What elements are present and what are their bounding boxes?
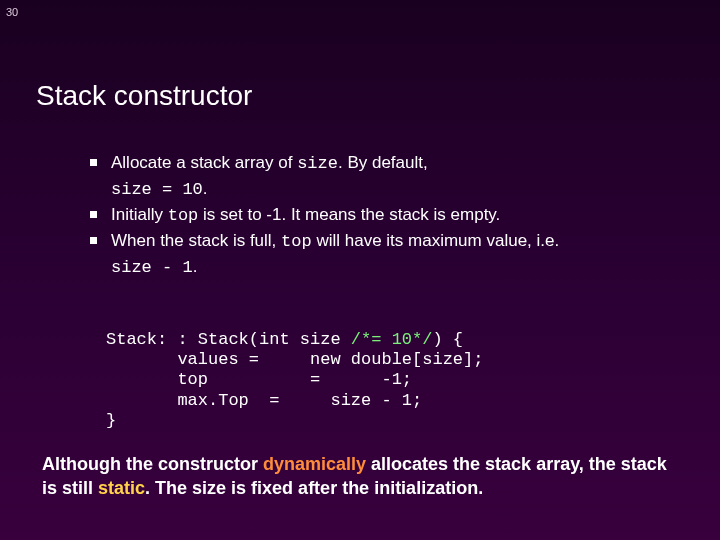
footer-note: Although the constructor dynamically all…	[42, 453, 678, 500]
slide-title: Stack constructor	[36, 80, 684, 112]
text: .	[193, 257, 198, 276]
highlight-dynamically: dynamically	[263, 454, 366, 474]
code-line: top = -1;	[106, 370, 412, 389]
bullet-icon	[90, 211, 97, 218]
text: Stack: : Stack(int size	[106, 330, 351, 349]
code-inline: top	[168, 206, 199, 225]
code-comment: /*= 10*/	[351, 330, 433, 349]
code-line: }	[106, 411, 116, 430]
code-line: Stack: : Stack(int size /*= 10*/) {	[106, 330, 463, 349]
bullet-list: Allocate a stack array of size. By defau…	[90, 152, 644, 280]
code-block: Stack: : Stack(int size /*= 10*/) { valu…	[106, 330, 684, 432]
bullet-text: When the stack is full, top will have it…	[111, 230, 644, 254]
text: . By default,	[338, 153, 428, 172]
text: Initially	[111, 205, 168, 224]
bullet-icon	[90, 237, 97, 244]
code-inline: top	[281, 232, 312, 251]
bullet-icon	[90, 159, 97, 166]
code-inline: size	[297, 154, 338, 173]
slide-content: Stack constructor Allocate a stack array…	[0, 0, 720, 432]
bullet-continuation: size = 10.	[111, 178, 644, 202]
text: Allocate a stack array of	[111, 153, 297, 172]
text: is set to -1. It means the stack is empt…	[198, 205, 500, 224]
code-inline: size = 10	[111, 180, 203, 199]
text: . The size is fixed after the initializa…	[145, 478, 483, 498]
code-line: values = new double[size];	[106, 350, 483, 369]
text: .	[203, 179, 208, 198]
bullet-item: Initially top is set to -1. It means the…	[90, 204, 644, 228]
text: Although the constructor	[42, 454, 263, 474]
text: will have its maximum value, i.e.	[312, 231, 560, 250]
bullet-item: Allocate a stack array of size. By defau…	[90, 152, 644, 176]
code-line: max.Top = size - 1;	[106, 391, 422, 410]
slide-number: 30	[6, 6, 18, 18]
bullet-continuation: size - 1.	[111, 256, 644, 280]
highlight-static: static	[98, 478, 145, 498]
bullet-text: Initially top is set to -1. It means the…	[111, 204, 644, 228]
bullet-text: Allocate a stack array of size. By defau…	[111, 152, 644, 176]
text: ) {	[432, 330, 463, 349]
text: When the stack is full,	[111, 231, 281, 250]
code-inline: size - 1	[111, 258, 193, 277]
bullet-item: When the stack is full, top will have it…	[90, 230, 644, 254]
